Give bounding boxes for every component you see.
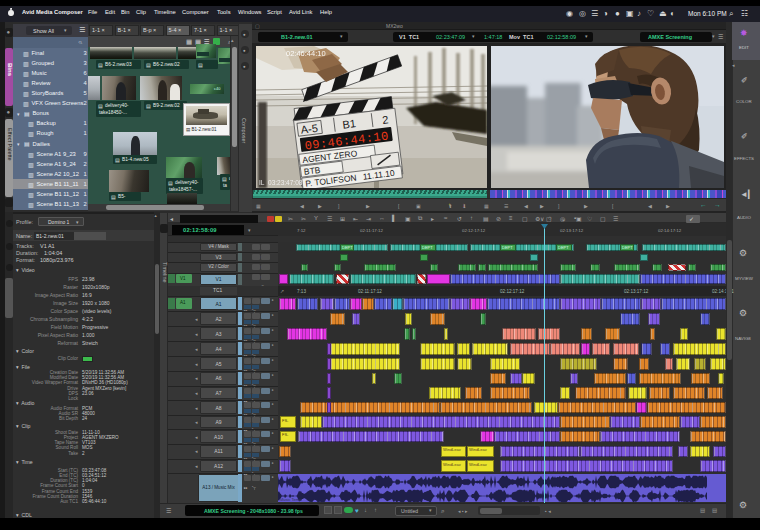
svg-text:IL 03:23:47:08: IL 03:23:47:08 [259, 179, 303, 186]
svg-text:02:46:44:10: 02:46:44:10 [286, 49, 326, 58]
svg-text:BTB: BTB [303, 165, 321, 177]
svg-text:B1: B1 [342, 117, 357, 131]
